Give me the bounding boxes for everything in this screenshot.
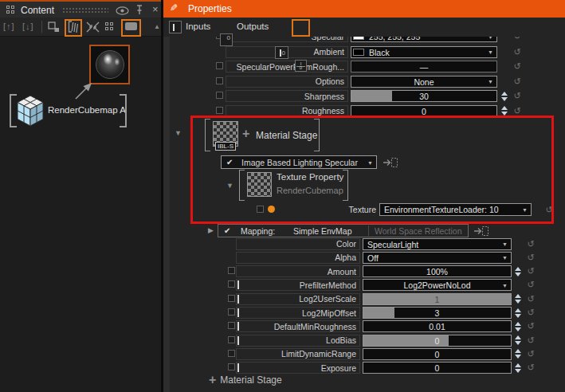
exposure-field[interactable]: 0: [363, 362, 512, 374]
exposure-checkbox[interactable]: [228, 363, 235, 370]
alpha-reset-icon[interactable]: ↺: [526, 252, 536, 264]
sharpness-field[interactable]: 30: [351, 90, 497, 102]
limitdynamicrange-spinner[interactable]: [513, 348, 523, 360]
exposure-spinner[interactable]: [513, 362, 523, 374]
specularpowerfromrough-field[interactable]: —: [351, 61, 497, 73]
add-material-stage-label: Material Stage: [220, 374, 281, 386]
prefiltermethod-checkbox[interactable]: [228, 280, 235, 288]
texture-modified-indicator: [268, 206, 275, 213]
caret-down-icon: ▼: [488, 79, 493, 85]
color-label: Color: [236, 238, 360, 250]
roughness-spinner[interactable]: [500, 105, 509, 117]
mapping-check-icon[interactable]: ✔: [224, 226, 230, 235]
roughness-field[interactable]: 0: [351, 105, 497, 117]
shader-check-icon[interactable]: ✔: [226, 158, 233, 167]
amount-spinner[interactable]: [513, 265, 523, 277]
defaultminroughness-spinner[interactable]: [513, 320, 523, 332]
log2mipoffset-spinner[interactable]: [513, 307, 523, 319]
log2userscale-field[interactable]: 1: [363, 293, 512, 305]
roughness-value: 0: [351, 107, 496, 116]
outputs-icon[interactable]: 0: [220, 33, 233, 46]
mapping-divider: [368, 225, 369, 236]
log2mipoffset-field[interactable]: 3: [363, 307, 512, 319]
promote-input-icon[interactable]: [473, 225, 489, 237]
lodbias-field[interactable]: 0: [363, 335, 512, 347]
material-stage-title: Material Stage: [256, 130, 317, 141]
log2mipoffset-checkbox[interactable]: [228, 308, 235, 316]
defaultminroughness-value: 0.01: [363, 322, 511, 331]
alpha-dropdown[interactable]: Off▼: [363, 252, 512, 264]
texture-property-title: Texture Property: [277, 172, 343, 182]
color-reset-icon[interactable]: ↺: [526, 238, 536, 250]
texture-checkbox[interactable]: [257, 206, 264, 213]
defaultminroughness-field[interactable]: 0.01: [363, 320, 512, 332]
options-checkbox[interactable]: [216, 77, 223, 84]
prefiltermethod-dropdown[interactable]: Log2PowerNoLod▼: [363, 279, 512, 291]
sharpness-value: 30: [351, 92, 496, 101]
lodbias-reset-icon[interactable]: ↺: [526, 335, 536, 347]
sharpness-checkbox[interactable]: [216, 92, 223, 99]
mapping-label: Mapping:: [241, 226, 275, 236]
defaultminroughness-reset-icon[interactable]: ↺: [526, 320, 536, 332]
log2userscale-spinner[interactable]: [513, 293, 523, 305]
amount-field[interactable]: 100%: [363, 265, 512, 277]
ambient-reset-icon[interactable]: ↺: [512, 46, 522, 58]
sharpness-spinner[interactable]: [500, 90, 509, 102]
add-material-stage-button[interactable]: + Material Stage: [209, 373, 282, 387]
inputs-icon[interactable]: [169, 21, 182, 33]
sharpness-label: Sharpness: [226, 90, 348, 102]
limitdynamicrange-field[interactable]: 0: [363, 348, 512, 360]
amount-value: 100%: [363, 267, 511, 276]
roughness-reset-icon[interactable]: ↺: [512, 105, 522, 117]
caret-down-icon: ▼: [502, 255, 508, 261]
alpha-label: Alpha: [236, 252, 360, 264]
limitdynamicrange-reset-icon[interactable]: ↺: [526, 348, 536, 360]
promote-input-icon[interactable]: [383, 157, 398, 168]
lodbias-checkbox[interactable]: [228, 336, 235, 343]
amount-label: Amount: [236, 265, 360, 277]
defaultminroughness-checkbox[interactable]: [228, 322, 235, 329]
texture-reset-icon[interactable]: ↺: [544, 204, 554, 216]
texture-dropdown[interactable]: EnvironmentTextureLoader: 10 ▼: [379, 203, 532, 216]
material-stage-collapse-icon[interactable]: ▼: [175, 129, 182, 137]
specularpowerfromrough-checkbox[interactable]: [216, 62, 223, 69]
log2userscale-checkbox[interactable]: [228, 295, 235, 302]
caret-down-icon: ▼: [502, 283, 508, 289]
roughness-checkbox[interactable]: [216, 107, 223, 114]
log2mipoffset-value: 3: [363, 308, 511, 318]
defaultminroughness-label: DefaultMinRoughness: [236, 320, 360, 332]
limitdynamicrange-checkbox[interactable]: [228, 350, 235, 357]
stage-bracket-right: [315, 119, 320, 151]
shader-dropdown[interactable]: ✔ Image Based Lighting Specular ▼: [221, 155, 377, 169]
outputs-label[interactable]: Outputs: [237, 22, 269, 31]
color-dropdown[interactable]: SpecularLight▼: [363, 238, 512, 250]
amount-checkbox[interactable]: [228, 267, 235, 274]
caret-down-icon: ▼: [502, 241, 508, 248]
add-icon[interactable]: +: [242, 127, 249, 140]
amount-reset-icon[interactable]: ↺: [526, 265, 536, 277]
sharpness-reset-icon[interactable]: ↺: [512, 90, 522, 102]
lodbias-spinner[interactable]: [513, 335, 523, 347]
options-reset-icon[interactable]: ↺: [512, 76, 522, 88]
mapping-expand-icon[interactable]: ▶: [208, 226, 214, 234]
prefiltermethod-label: PrefilterMethod: [236, 279, 360, 291]
inputs-label[interactable]: Inputs: [186, 22, 210, 31]
log2userscale-reset-icon[interactable]: ↺: [526, 293, 536, 305]
io-stacked-icon[interactable]: I0: [295, 60, 307, 72]
texture-property-thumbnail[interactable]: [247, 172, 272, 197]
io-side-icon[interactable]: 0: [275, 46, 288, 59]
options-dropdown[interactable]: None▼: [351, 76, 497, 88]
prefiltermethod-reset-icon[interactable]: ↺: [526, 279, 536, 291]
lodbias-value: 0: [363, 336, 511, 346]
exposure-reset-icon[interactable]: ↺: [526, 362, 536, 374]
mapping-inactive-option[interactable]: World Space Reflection: [375, 226, 462, 236]
limitdynamicrange-label: LimitDynamicRange: [236, 348, 360, 360]
mapping-active-option[interactable]: Simple EnvMap: [293, 226, 352, 236]
ambient-dropdown[interactable]: Black▼: [351, 46, 497, 58]
app-window: Content × [↑] [↓] ▲: [0, 0, 565, 392]
caret-down-icon: ▼: [367, 160, 373, 167]
texture-property-collapse-icon[interactable]: ▼: [226, 182, 233, 190]
mapping-toggle[interactable]: ✔ Mapping: Simple EnvMap World Space Ref…: [218, 224, 469, 237]
log2mipoffset-reset-icon[interactable]: ↺: [526, 307, 536, 319]
specularpowerfromrough-reset-icon[interactable]: ↺: [512, 61, 522, 73]
